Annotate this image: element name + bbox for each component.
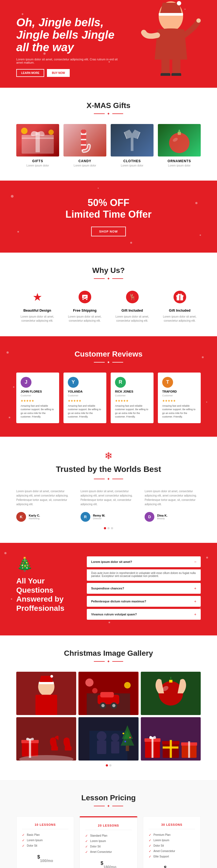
svg-text:🦌: 🦌 [129,293,136,301]
svg-point-66 [111,734,119,742]
offer-title: 50% OFF Limited Time Offer [16,197,201,220]
svg-rect-6 [172,59,180,75]
faq-item-2[interactable]: Pellentesque dictum rutrum maximus? + [87,596,201,607]
faq-right: Lorem ipsum dolor sit amet? − Duis aute … [87,556,201,622]
tr-div-left [94,479,105,479]
dot-0[interactable] [104,527,106,529]
pricing-features-0: ✓ Basic Plan ✓ Lorem Ipsum ✓ Dolor Sit [22,833,69,848]
hero-content: Oh, Jingle bells, Jingle bells Jingle al… [16,16,119,77]
gift-item-candy[interactable]: CANDY Lorem ipsum dolor [63,124,106,167]
faq-toggle-1[interactable]: + [194,586,196,590]
faq-item-0[interactable]: Lorem ipsum dolor sit amet? − [87,556,201,567]
review-avatar-1: Y [68,377,79,388]
author-avatar-0: K [16,512,26,522]
why-div-right [112,278,123,279]
buy-now-button[interactable]: BUY NOW [47,69,70,77]
svg-rect-17 [81,140,86,144]
dot-2[interactable] [111,527,113,529]
gallery-dot-0[interactable] [106,764,108,767]
review-name-0: JOHN FLORES [21,390,55,393]
gallery-item-3 [16,717,76,761]
review-name-1: YOLANDA [68,390,102,393]
dot-1[interactable] [107,527,110,529]
learn-more-button[interactable]: LEARN MORE [16,69,44,77]
author-info-0: Karly C. Marketing [29,514,40,520]
svg-rect-60 [65,746,72,750]
svg-point-38 [50,675,53,678]
gallery-grid [16,672,201,761]
faq-toggle-3[interactable]: + [194,612,196,617]
review-role-3: Customer [162,394,196,397]
faq-title: All Your Questions Answered by Proffesio… [16,577,76,613]
svg-point-27 [86,298,88,300]
gal-div-left [94,661,105,662]
pricing-price-0: $100/mo [22,853,69,865]
pricing-title: Lesson Pricing [16,794,201,802]
faq-toggle-0[interactable]: − [194,560,196,564]
gift-label-candy: CANDY [63,159,106,163]
tr-div-icon: ✦ [107,477,110,481]
pricing-feature-2-1: ✓ Lorem Ipsum [148,838,195,842]
check-icon: ✓ [148,844,151,848]
gift-sublabel-candy: Lorem ipsum dolor [63,164,106,167]
trusted-icon: ❄ [16,450,201,462]
review-role-0: Customer [21,394,55,397]
svg-point-12 [21,127,28,134]
gift-item-ornaments[interactable]: ORNAMENTS Lorem ipsum dolor [158,124,201,167]
gallery-title: Christmas Image Gallery [16,649,201,658]
review-text-0: Amazing fast and reliable customer suppo… [21,404,55,419]
faq-item-3[interactable]: Vivamus rutrum volutpat quam? + [87,609,201,620]
pricing-feature-2-3: ✓ Amet Consectetur [148,849,195,853]
author-avatar-1: R [81,512,90,522]
svg-point-13 [49,129,54,135]
svg-point-50 [92,688,98,693]
pricing-section: Lesson Pricing ✦ 10 LESSONS ✓ Basic Plan… [0,780,217,868]
review-card-1: Y YOLANDA Customer ★★★★★ Amazing fast an… [63,373,106,423]
why-divider: ✦ [16,276,201,281]
svg-rect-37 [39,682,54,684]
faq-item-1[interactable]: Suspendisse chances? + [87,583,201,594]
pr-div-right [112,806,123,806]
why-us-section: Why Us? ✦ ★ Beautiful Design Lorem ipsum… [0,253,217,336]
gallery-dots [16,764,201,767]
trusted-text-1: Lorem ipsum dolor sit amet, consectetur … [81,489,137,506]
gift-img-ornaments [158,124,201,156]
why-text-gift1: Lorem ipsum dolor sit amet, consectetur … [111,315,153,323]
review-name-2: RICK JONES [115,390,149,393]
pricing-price-1: $180/mo [85,859,132,868]
reviews-grid: J JOHN FLORES Customer ★★★★★ Amazing fas… [16,373,201,423]
review-stars-1: ★★★★★ [68,399,102,403]
svg-point-64 [97,731,107,741]
review-avatar-0: J [21,377,31,388]
shop-now-button[interactable]: SHOP NOW [91,227,126,236]
rev-div-right [112,362,123,363]
gift1-icon: 🦌 [124,289,140,305]
reviews-divider: ✦ [16,360,201,365]
trusted-author-1: R Remy M. Director [81,512,137,522]
rev-div-left [94,362,105,363]
review-name-3: TRAFORD [162,390,196,393]
svg-rect-5 [161,59,169,75]
gift-img-clothes [111,124,154,156]
pricing-lessons-0: 10 LESSONS [22,823,69,829]
review-card-2: R RICK JONES Customer ★★★★★ Amazing fast… [111,373,154,423]
trusted-col-2: Lorem ipsum dolor sit amet, consectetur … [144,489,201,522]
faq-tree-icon: 🎄 [16,556,76,572]
gal-div-right [112,661,123,662]
gift-item-clothes[interactable]: CLOTHES Lorem ipsum dolor [111,124,154,167]
svg-rect-80 [169,740,172,758]
trusted-col-0: Lorem ipsum dolor sit amet, consectetur … [16,489,73,522]
trusted-col-1: Lorem ipsum dolor sit amet, consectetur … [81,489,137,522]
gallery-dot-1[interactable] [109,764,111,767]
trusted-author-0: K Karly C. Marketing [16,512,73,522]
pricing-feature-1-2: ✓ Dolor Sit [85,845,132,848]
check-icon: ✓ [148,833,151,837]
gift-item-gifts[interactable]: GIFTS Lorem ipsum dolor [16,124,59,167]
gift-sublabel-gifts: Lorem ipsum dolor [16,164,59,167]
gallery-item-4 [78,717,138,761]
faq-toggle-2[interactable]: + [194,599,196,603]
svg-point-21 [169,133,189,153]
svg-point-4 [196,19,201,23]
svg-point-71 [123,733,124,734]
check-icon: ✓ [148,849,151,853]
